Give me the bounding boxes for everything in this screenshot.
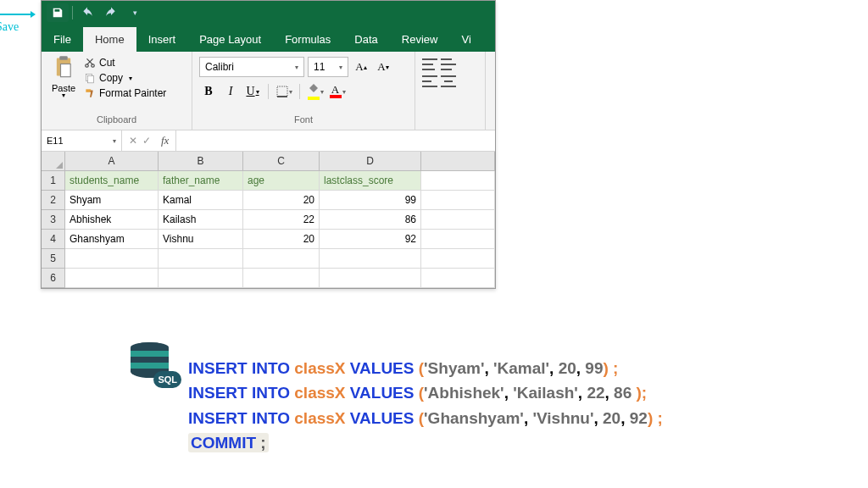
- cell[interactable]: [421, 171, 495, 191]
- tab-file[interactable]: File: [42, 27, 83, 52]
- cut-button[interactable]: Cut: [84, 57, 166, 69]
- align-middle-button[interactable]: [441, 58, 456, 70]
- format-painter-button[interactable]: Format Painter: [84, 87, 166, 99]
- save-annotation: Save: [0, 7, 34, 34]
- align-left-button[interactable]: [422, 75, 437, 87]
- spreadsheet-grid[interactable]: A B C D 1 students_name father_name age …: [42, 152, 495, 288]
- accept-formula-icon[interactable]: ✓: [142, 135, 151, 147]
- save-icon: [52, 7, 64, 19]
- col-header-b[interactable]: B: [159, 152, 243, 171]
- font-size-select[interactable]: 11▾: [308, 57, 348, 77]
- tab-review[interactable]: Review: [390, 27, 450, 52]
- sql-line: INSERT INTO classX VALUES ('Abhishek', '…: [188, 380, 663, 405]
- cell[interactable]: 92: [320, 230, 421, 249]
- fx-icon[interactable]: fx: [161, 134, 169, 147]
- increase-font-button[interactable]: A▴: [352, 58, 370, 76]
- tab-page-layout[interactable]: Page Layout: [187, 27, 273, 52]
- cell[interactable]: [421, 230, 495, 249]
- row-header[interactable]: 5: [42, 249, 65, 269]
- cancel-formula-icon[interactable]: ✕: [129, 135, 137, 147]
- copy-icon: [84, 72, 96, 84]
- select-all-corner[interactable]: [42, 152, 65, 171]
- sql-database-icon: SQL: [131, 342, 178, 385]
- cell[interactable]: [421, 269, 495, 288]
- cell[interactable]: Abhishek: [65, 210, 159, 230]
- cell[interactable]: [243, 269, 320, 288]
- svg-rect-7: [277, 86, 287, 97]
- align-top-button[interactable]: [422, 58, 437, 70]
- cell[interactable]: students_name: [65, 171, 159, 191]
- cell[interactable]: [320, 269, 421, 288]
- paste-button[interactable]: Paste ▾: [47, 55, 81, 113]
- bold-button[interactable]: B: [199, 82, 218, 101]
- align-center-button[interactable]: [441, 75, 456, 87]
- sql-badge: SQL: [153, 371, 181, 388]
- font-name-select[interactable]: Calibri▾: [199, 57, 304, 77]
- save-button[interactable]: [47, 3, 69, 22]
- cell[interactable]: [65, 249, 159, 269]
- font-group-title: Font: [198, 113, 409, 126]
- cell[interactable]: [421, 249, 495, 269]
- cell[interactable]: 20: [243, 191, 320, 210]
- row-header[interactable]: 2: [42, 191, 65, 210]
- qat-customize[interactable]: ▾: [124, 3, 146, 22]
- sql-line: INSERT INTO classX VALUES ('Shyam', 'Kam…: [188, 356, 663, 380]
- annotation-text: Save: [0, 20, 19, 33]
- redo-icon: [105, 7, 117, 19]
- cell[interactable]: 86: [320, 210, 421, 230]
- undo-button[interactable]: [76, 3, 98, 22]
- cell[interactable]: 22: [243, 210, 320, 230]
- col-header-a[interactable]: A: [65, 152, 159, 171]
- col-header-e[interactable]: [421, 152, 495, 171]
- border-button[interactable]: ▾: [275, 82, 293, 101]
- cell[interactable]: lastclass_score: [320, 171, 421, 191]
- tab-formulas[interactable]: Formulas: [273, 27, 342, 52]
- row-header[interactable]: 1: [42, 171, 65, 191]
- col-header-d[interactable]: D: [320, 152, 421, 171]
- tab-insert[interactable]: Insert: [136, 27, 188, 52]
- copy-label: Copy: [99, 72, 123, 84]
- cell[interactable]: Ghanshyam: [65, 230, 159, 249]
- cell[interactable]: [421, 191, 495, 210]
- cell[interactable]: Vishnu: [159, 230, 243, 249]
- cell[interactable]: age: [243, 171, 320, 191]
- cell[interactable]: father_name: [159, 171, 243, 191]
- tab-data[interactable]: Data: [342, 27, 389, 52]
- cell[interactable]: [243, 249, 320, 269]
- row-header[interactable]: 3: [42, 210, 65, 230]
- cell[interactable]: 99: [320, 191, 421, 210]
- font-name-value: Calibri: [205, 61, 234, 73]
- name-box-value: E11: [47, 136, 64, 146]
- cell[interactable]: [159, 249, 243, 269]
- ribbon-tabs: File Home Insert Page Layout Formulas Da…: [42, 25, 495, 52]
- tab-view[interactable]: Vi: [449, 27, 482, 52]
- svg-point-4: [92, 64, 95, 68]
- fill-color-button[interactable]: ▾: [306, 82, 325, 101]
- italic-button[interactable]: I: [221, 82, 240, 101]
- cell[interactable]: Kamal: [159, 191, 243, 210]
- cell[interactable]: Shyam: [65, 191, 159, 210]
- undo-icon: [81, 7, 93, 19]
- underline-button[interactable]: U▾: [243, 82, 262, 101]
- formula-input[interactable]: [175, 130, 495, 151]
- font-color-button[interactable]: A▾: [328, 82, 347, 101]
- svg-rect-2: [61, 64, 71, 77]
- cell[interactable]: [65, 269, 159, 288]
- sql-line: INSERT INTO classX VALUES ('Ghanshyam', …: [188, 406, 663, 430]
- tab-home[interactable]: Home: [83, 27, 136, 52]
- cut-icon: [84, 57, 96, 69]
- cell[interactable]: [159, 269, 243, 288]
- cell[interactable]: Kailash: [159, 210, 243, 230]
- col-header-c[interactable]: C: [243, 152, 320, 171]
- format-painter-label: Format Painter: [99, 87, 166, 99]
- decrease-font-button[interactable]: A▾: [374, 58, 392, 76]
- cell[interactable]: [320, 249, 421, 269]
- cell[interactable]: 20: [243, 230, 320, 249]
- cell[interactable]: [421, 210, 495, 230]
- name-box[interactable]: E11▾: [42, 130, 122, 151]
- row-header[interactable]: 4: [42, 230, 65, 249]
- redo-button[interactable]: [100, 3, 122, 22]
- clipboard-group: Paste ▾ Cut Copy▾ Format Painter: [42, 52, 192, 130]
- copy-button[interactable]: Copy▾: [84, 72, 166, 84]
- row-header[interactable]: 6: [42, 269, 65, 288]
